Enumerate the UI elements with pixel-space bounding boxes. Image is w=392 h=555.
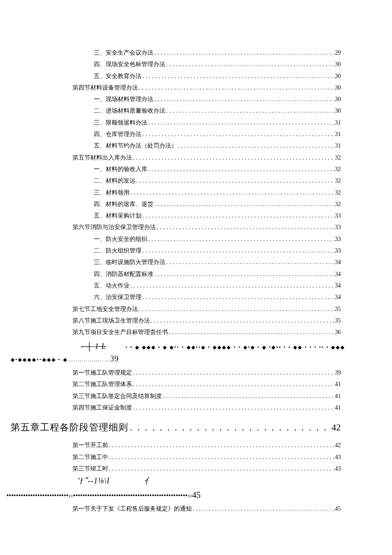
toc-row: 第四节材料设备管理办法30 — [51, 82, 341, 93]
toc-row: 三、材料领用32 — [51, 187, 341, 198]
toc-label: 第一节开工前 — [72, 439, 108, 451]
toc-block-2: 第一节施工队管理规定39第二节施工队管理体系41第三节施工队签定合同及结算制度4… — [51, 367, 341, 413]
toc-row: 二、进场材料质量验收办法30 — [51, 105, 341, 116]
toc-row: 第一节关于下发《工程售后服务规定》的通知45 — [51, 503, 341, 514]
decorative-dots-1: •••••••••••••••••••••••••• — [6, 492, 69, 499]
toc-row: 三、限额领退料办法31 — [51, 117, 341, 128]
leader-dots — [147, 233, 335, 245]
toc-page-number: 30 — [335, 93, 341, 105]
toc-page-number: 34 — [335, 268, 341, 280]
leader-dots — [165, 105, 335, 116]
toc-page-number: 30 — [335, 82, 341, 93]
leader-dots — [141, 291, 335, 303]
toc-page-number: 36 — [335, 326, 341, 338]
toc-row: 一、现场材料管理办法30 — [51, 93, 341, 105]
toc-row: 三、安全生产会议办法29 — [51, 47, 341, 58]
decorative-dot-row: ••••••••••••••••••••••••••››••••••••••••… — [6, 488, 349, 502]
toc-row: 第二节施工中43 — [51, 451, 341, 463]
leader-dots — [141, 210, 335, 221]
toc-label: 第二节施工中 — [72, 451, 108, 463]
toc-page-number: 35 — [335, 303, 341, 315]
toc-label: 第六节消防与治安保卫管理办法 — [72, 221, 156, 233]
toc-page-number: 34 — [335, 291, 341, 303]
toc-page-number: 31 — [335, 140, 341, 151]
toc-label: 第八节施工现场卫生管理办法 — [72, 315, 150, 326]
decorative-glyphs-b: 亻 — [144, 477, 152, 485]
chapter-5-page: 42 — [331, 415, 341, 439]
toc-page-number: 32 — [335, 175, 341, 186]
toc-row: 第一节开工前42 — [51, 439, 341, 451]
toc-label: 三、限额领退料办法 — [94, 117, 147, 128]
leader-dots — [138, 303, 335, 315]
leader-dots — [141, 128, 335, 140]
toc-label: 第四节材料设备管理办法 — [72, 82, 138, 93]
toc-label: 第九节项目安全生产目标管理责任书 — [72, 326, 168, 338]
toc-label: 三、材料领用 — [94, 187, 130, 198]
decorative-row-39: ⌐┤ 1 Ŀ • • ◆ ◆◆◆ • ◆ ◆•• • ◆◆••◆ • ◆◆◆◆ … — [11, 340, 349, 365]
toc-label: 第三节竣工时 — [72, 463, 108, 474]
leader-dots — [177, 140, 335, 151]
toc-block-3: 第一节开工前42第二节施工中43第三节竣工时43 — [51, 439, 341, 474]
leader-dots — [108, 439, 335, 451]
leader-dots — [162, 390, 335, 402]
toc-page-number: 33 — [335, 233, 341, 245]
leader-dots — [147, 163, 335, 175]
leader-dots — [132, 402, 335, 413]
toc-row: 四、消防器材配置标准34 — [51, 268, 341, 280]
toc-label: 六、治安保卫管理 — [94, 291, 141, 303]
toc-row: 第一节施工队管理规定39 — [51, 367, 341, 378]
toc-row: 二、材料的发运32 — [51, 175, 341, 186]
toc-label: 五、动火作业 — [94, 280, 130, 291]
leader-dots — [132, 378, 335, 390]
toc-label: 二、防火组织管理 — [94, 245, 141, 256]
leader-dots — [108, 451, 335, 463]
toc-row: 一、材料的验收入库32 — [51, 163, 341, 175]
toc-row: 第九节项目安全生产目标管理责任书36 — [51, 326, 341, 338]
toc-page-number: 29 — [335, 47, 341, 58]
toc-row: 第七节工地安全管理办法35 — [51, 303, 341, 315]
toc-row: 四、现场安全色标管理办法30 — [51, 58, 341, 70]
leader-dots — [132, 367, 335, 378]
toc-label: 二、进场材料质量验收办法 — [94, 105, 165, 116]
chapter-5-label: 第五章工程各阶段管理细则 — [11, 415, 128, 439]
leader-dots — [138, 82, 335, 93]
toc-label: 第一节关于下发《工程售后服务规定》的通知 — [72, 503, 192, 514]
toc-page-number: 33 — [335, 245, 341, 256]
toc-page-number: 30 — [335, 105, 341, 116]
decorative-dots-2: ••••••••••••••••••••••••••••••••••••••••… — [73, 492, 187, 499]
leader-dots — [153, 198, 335, 210]
toc-page-number: 43 — [335, 463, 341, 474]
toc-label: 一、现场材料管理办法 — [94, 93, 153, 105]
chevron-icon: ›› — [187, 492, 192, 499]
chapter-5-row: 第五章工程各阶段管理细则 42 — [11, 415, 341, 439]
leader-dots — [165, 256, 335, 268]
toc-label: 三、安全生产会议办法 — [94, 47, 153, 58]
toc-page-number: 34 — [335, 280, 341, 291]
toc-page-number: 32 — [335, 187, 341, 198]
toc-label: 五、材料节约办法（处罚办法） — [94, 140, 177, 151]
toc-label: 二、材料的发运 — [94, 175, 135, 186]
toc-page-number: 33 — [335, 221, 341, 233]
page-container: 三、安全生产会议办法29四、现场安全色标管理办法30五、安全教育办法30第四节材… — [0, 0, 392, 555]
leader-dots — [108, 463, 335, 474]
chapter-5-leader-dots — [128, 415, 331, 439]
leader-dots — [153, 93, 335, 105]
toc-row: 第二节施工队管理体系41 — [51, 378, 341, 390]
toc-label: 三、临时设施防火管理办法 — [94, 256, 165, 268]
toc-page-number: 39 — [335, 367, 341, 378]
leader-dots — [156, 221, 335, 233]
toc-row: 第八节施工现场卫生管理办法35 — [51, 315, 341, 326]
toc-row: 五、材料节约办法（处罚办法）31 — [51, 140, 341, 151]
leader-dots — [168, 326, 335, 338]
decorative-glyphs-line: ʻƒʺ--1⅛\I 亻 — [6, 474, 349, 488]
toc-page-number: 30 — [335, 70, 341, 82]
toc-page-number: 33 — [335, 210, 341, 221]
toc-label: 第一节施工队管理规定 — [72, 367, 132, 378]
toc-page-number: 41 — [335, 390, 341, 402]
leader-dots — [147, 117, 335, 128]
leader-dots — [132, 152, 335, 163]
toc-row: 第四节施工保证金制度41 — [51, 402, 341, 413]
toc-label: 四、现场安全色标管理办法 — [94, 58, 165, 70]
toc-page-number: 41 — [335, 402, 341, 413]
leader-dots — [130, 280, 335, 291]
